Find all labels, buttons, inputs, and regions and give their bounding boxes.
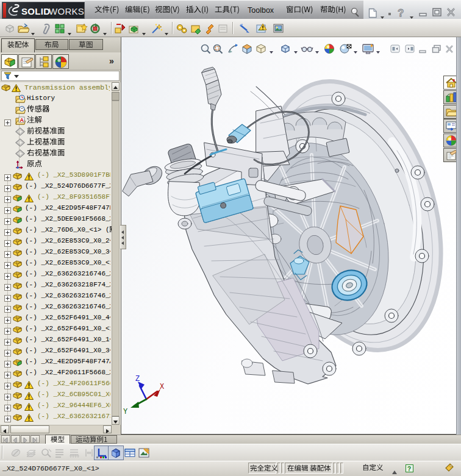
svg-text:SOLID: SOLID	[21, 6, 50, 16]
svg-text:?: ?	[407, 466, 411, 472]
svg-text:Z: Z	[135, 375, 140, 383]
svg-text:WORKS: WORKS	[49, 6, 84, 16]
svg-text:X: X	[160, 383, 164, 391]
svg-text:A: A	[20, 117, 24, 123]
svg-text:?: ?	[398, 7, 404, 18]
svg-text:Y: Y	[123, 408, 127, 416]
